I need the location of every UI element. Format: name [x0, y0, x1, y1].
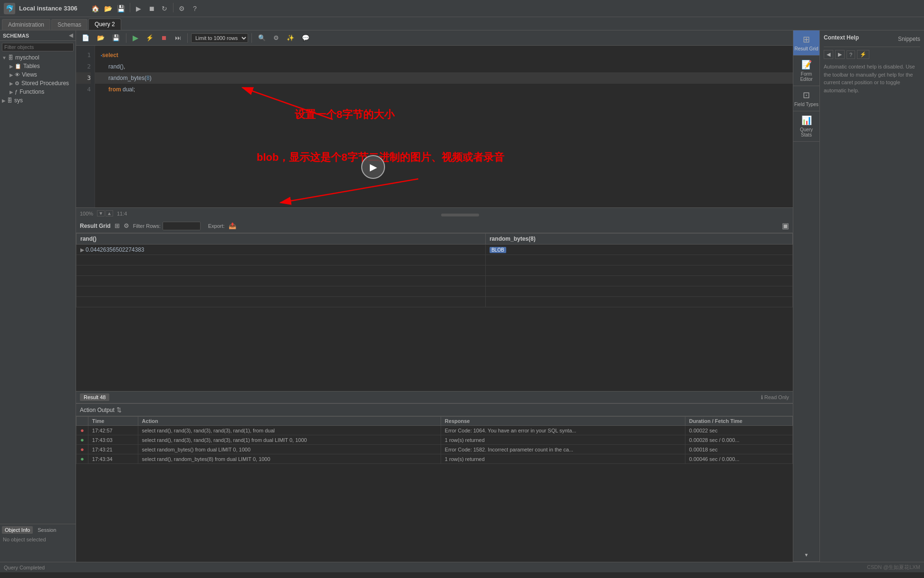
action-sort-btn[interactable]: ⇅: [116, 406, 122, 413]
tab-schemas[interactable]: Schemas: [51, 19, 87, 30]
zoom-controls: ▼ ▲: [97, 210, 113, 216]
context-help-header: Context Help Snippets: [824, 34, 920, 47]
rp-form-editor[interactable]: 📝 Form Editor: [793, 56, 819, 86]
results-toolbar: Result Grid ⊞ ⚙ Filter Rows: Export: 📤 ▣: [76, 219, 793, 233]
zoom-up-btn[interactable]: ▲: [106, 210, 113, 216]
rp-field-types[interactable]: ⊡ Field Types: [793, 86, 819, 111]
rp-query-stats-label: Query Stats: [794, 127, 818, 137]
arrow-myschool: ▼: [2, 55, 7, 60]
run-btn[interactable]: ▶: [130, 32, 141, 43]
toolbar-stop[interactable]: ⏹: [146, 3, 157, 14]
action-row-57: ● 17:43:03 select rand(), rand(3), rand(…: [77, 435, 793, 445]
main-content: 📄 📂 💾 ▶ ⚡ ⏹ ⏭ Limit to 1000 rows Limit t…: [76, 30, 924, 562]
label-sys: sys: [14, 97, 23, 104]
empty-cell-4b: [485, 286, 792, 297]
info-tab-object[interactable]: Object Info: [2, 526, 33, 534]
toolbar-settings[interactable]: ⚙: [176, 3, 188, 14]
toolbar-save[interactable]: 💾: [116, 3, 127, 14]
inspect-btn[interactable]: 🔍: [255, 33, 269, 42]
schemas-collapse[interactable]: ◀: [69, 32, 73, 39]
toolbar-refresh[interactable]: ↻: [159, 3, 170, 14]
editor-and-results: 📄 📂 💾 ▶ ⚡ ⏹ ⏭ Limit to 1000 rows Limit t…: [76, 30, 793, 562]
tab-query2[interactable]: Query 2: [88, 19, 121, 30]
sidebar-tree: ▼ 🗄 myschool ▶ 📋 Tables ▶ 👁 Views ▶ ⚙ St: [0, 53, 76, 524]
sidebar-item-views[interactable]: ▶ 👁 Views: [0, 70, 76, 79]
table-row: ▶ 0.04426356502274383 BLOB: [77, 245, 793, 255]
status-bar: Query Completed CSDN @生如夏花LXM: [0, 562, 924, 572]
status-58: ●: [77, 445, 88, 454]
tab-administration[interactable]: Administration: [2, 19, 50, 30]
duration-58: 0.00018 sec: [685, 445, 792, 454]
stop-btn[interactable]: ⏹: [158, 33, 170, 42]
icon-views: 👁: [15, 72, 20, 78]
icon-tables: 📋: [15, 63, 21, 69]
action-grid-table: Time Action Response Duration / Fetch Ti…: [76, 416, 793, 464]
fn-rand: rand: [108, 63, 120, 70]
open-file-btn[interactable]: 📂: [94, 33, 107, 42]
filter-input[interactable]: [2, 43, 74, 51]
err-icon-58: ●: [80, 446, 84, 453]
sidebar-item-functions[interactable]: ▶ ƒ Functions: [0, 88, 76, 96]
sidebar: SCHEMAS ◀ ▼ 🗄 myschool ▶ 📋 Tables ▶ 👁: [0, 30, 76, 562]
info-tab-session[interactable]: Session: [35, 526, 59, 534]
toolbar-new[interactable]: 🏠: [90, 3, 101, 14]
explain-btn[interactable]: ⚙: [270, 33, 282, 42]
code-line-1: • select: [95, 49, 793, 61]
zoom-down-btn[interactable]: ▼: [97, 210, 105, 216]
table-row-empty-3: [77, 276, 793, 286]
filter-rows-input[interactable]: [163, 222, 201, 230]
sidebar-item-stored-procedures[interactable]: ▶ ⚙ Stored Procedures: [0, 79, 76, 88]
sidebar-item-myschool[interactable]: ▼ 🗄 myschool: [0, 53, 76, 62]
toolbar-open[interactable]: 📂: [103, 3, 114, 14]
action-59: select rand(), random_bytes(8) from dual…: [138, 454, 441, 464]
grid-options-btn[interactable]: ⊞: [115, 222, 120, 229]
result-tab-48[interactable]: Result 48: [80, 393, 109, 401]
sidebar-filter-area: [0, 41, 76, 53]
ok-icon-59: ●: [80, 455, 84, 462]
skip-btn[interactable]: ⏭: [172, 33, 184, 42]
toolbar-execute[interactable]: ▶: [133, 3, 144, 14]
nav-back-btn[interactable]: ◀: [824, 50, 833, 59]
label-views: Views: [22, 71, 37, 78]
comment-btn[interactable]: 💬: [299, 33, 312, 42]
nav-forward-btn[interactable]: ▶: [835, 50, 845, 59]
info-icon: ℹ: [761, 394, 763, 401]
run-all-btn[interactable]: ⚡: [143, 33, 156, 42]
num-8: 8: [146, 75, 150, 81]
rp-scroll-down[interactable]: ▼: [793, 549, 819, 562]
empty-cell-5a: [77, 297, 486, 307]
beautify-btn[interactable]: ✨: [284, 33, 297, 42]
sidebar-item-tables[interactable]: ▶ 📋 Tables: [0, 62, 76, 70]
new-file-btn[interactable]: 📄: [79, 33, 92, 42]
result-tabs: Result 48 ℹ Read Only: [76, 391, 793, 403]
action-row-56: ● 17:42:57 select rand(), rand(3), rand(…: [77, 426, 793, 435]
code-editor[interactable]: 1 2 3 4 • select rand(), random_bytes(8): [76, 46, 793, 207]
nav-auto-btn[interactable]: ⚡: [857, 50, 869, 59]
action-56: select rand(), rand(3), rand(3), rand(3)…: [138, 426, 441, 435]
time-59: 17:43:34: [88, 454, 138, 464]
status-credit: CSDN @生如夏花LXM: [867, 564, 920, 571]
result-tab-list: Result 48: [80, 393, 109, 401]
limit-select[interactable]: Limit to 1000 rows Limit to 10 rows Limi…: [191, 33, 248, 43]
save-file-btn[interactable]: 💾: [109, 33, 123, 42]
sidebar-item-sys[interactable]: ▶ 🗄 sys: [0, 96, 76, 105]
export-btn[interactable]: 📤: [229, 222, 236, 229]
response-56: Error Code: 1064. You have an error in y…: [441, 426, 685, 435]
action-output-label: Action Output: [80, 407, 115, 413]
data-grid: rand() random_bytes(8) ▶ 0.0442635650227…: [76, 233, 793, 391]
grid-view-toggle[interactable]: ▣: [782, 221, 789, 230]
code-line-4: from dual;: [95, 84, 793, 95]
status-57: ●: [77, 435, 88, 445]
nav-help-btn[interactable]: ?: [847, 50, 855, 59]
play-button[interactable]: ▶: [361, 155, 385, 179]
empty-cell-2b: [485, 265, 792, 276]
grid-filter-icon[interactable]: ⚙: [124, 222, 129, 229]
arrow-fn: ▶: [10, 89, 13, 95]
rp-query-stats[interactable]: 📊 Query Stats: [793, 111, 819, 142]
toolbar-help[interactable]: ?: [189, 3, 201, 14]
empty-cell-1a: [77, 255, 486, 265]
snippets-label[interactable]: Snippets: [898, 36, 920, 42]
table-row-empty-2: [77, 265, 793, 276]
rp-result-grid[interactable]: ⊞ Result Grid: [793, 30, 819, 56]
scrollbar-center: [131, 211, 789, 216]
